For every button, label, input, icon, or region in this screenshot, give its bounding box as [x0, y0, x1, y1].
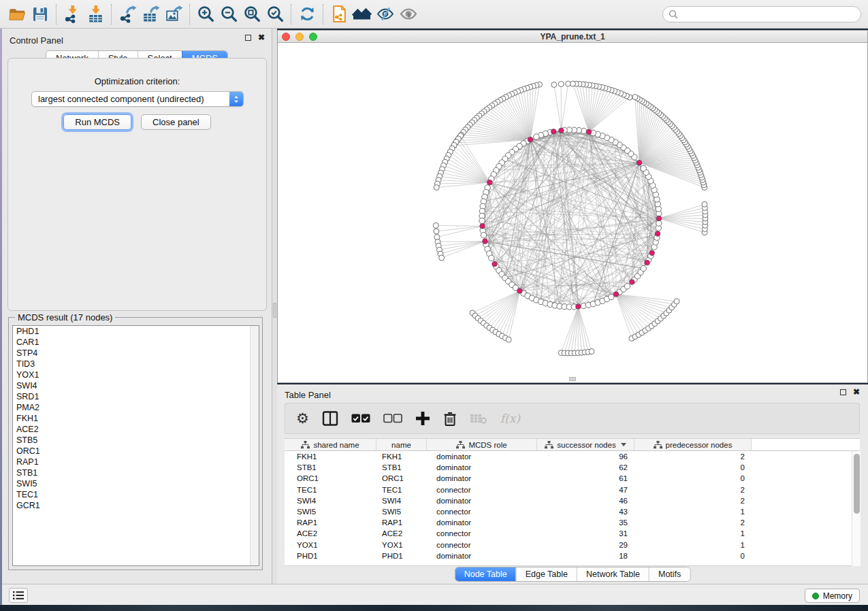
- clear-table-button[interactable]: [470, 408, 487, 429]
- memory-button[interactable]: Memory: [805, 589, 860, 603]
- table-cell[interactable]: dominator: [427, 452, 537, 461]
- table-cell[interactable]: dominator: [427, 497, 537, 505]
- save-session-button[interactable]: [29, 3, 52, 26]
- table-row[interactable]: SWI5SWI5connector431: [285, 506, 860, 517]
- export-network-button[interactable]: [116, 3, 139, 26]
- import-network-button[interactable]: [61, 3, 84, 26]
- tab-node-table[interactable]: Node Table: [455, 567, 516, 581]
- float-panel-icon[interactable]: [840, 389, 846, 395]
- table-cell[interactable]: 31: [537, 529, 634, 538]
- table-cell[interactable]: YOX1: [376, 541, 427, 549]
- table-cell[interactable]: SWI5: [376, 508, 427, 516]
- mcds-result-item[interactable]: SWI4: [13, 380, 259, 391]
- table-cell[interactable]: FKH1: [285, 452, 376, 461]
- mcds-result-item[interactable]: CAR1: [13, 337, 259, 348]
- table-cell[interactable]: FKH1: [376, 452, 427, 461]
- table-row[interactable]: ORC1ORC1dominator610: [285, 473, 860, 484]
- table-cell[interactable]: dominator: [427, 518, 537, 527]
- mcds-result-item[interactable]: FKH1: [13, 413, 259, 424]
- open-session-button[interactable]: [5, 3, 29, 26]
- mcds-result-item[interactable]: YOX1: [13, 369, 259, 380]
- float-panel-icon[interactable]: [245, 35, 251, 41]
- vertical-splitter[interactable]: [272, 29, 277, 584]
- table-cell[interactable]: dominator: [427, 474, 537, 482]
- hide-selected-button[interactable]: [374, 3, 397, 26]
- table-cell[interactable]: dominator: [427, 552, 537, 560]
- table-cell[interactable]: TEC1: [285, 486, 376, 494]
- export-table-button[interactable]: [139, 3, 162, 26]
- mcds-result-item[interactable]: STP4: [13, 348, 259, 359]
- node-table-body[interactable]: FKH1FKH1dominator962STB1STB1dominator620…: [285, 451, 860, 566]
- table-row[interactable]: RAP1RAP1dominator352: [285, 517, 860, 528]
- table-cell[interactable]: SWI5: [285, 508, 376, 516]
- table-cell[interactable]: SWI4: [285, 497, 376, 505]
- table-cell[interactable]: TEC1: [376, 486, 427, 494]
- mcds-result-list[interactable]: PHD1CAR1STP4TID3YOX1SWI4SRD1PMA2FKH1ACE2…: [12, 325, 259, 566]
- tab-network-table[interactable]: Network Table: [577, 567, 649, 581]
- mcds-result-item[interactable]: SWI5: [13, 478, 259, 489]
- split-panel-button[interactable]: [322, 408, 338, 429]
- table-cell[interactable]: PHD1: [376, 552, 427, 560]
- table-row[interactable]: YOX1YOX1connector291: [285, 540, 860, 550]
- list-scrollbar[interactable]: [250, 326, 259, 565]
- scrollbar-thumb[interactable]: [854, 454, 860, 514]
- close-panel-icon[interactable]: ✖: [853, 389, 860, 395]
- zoom-in-button[interactable]: [194, 3, 217, 26]
- mcds-result-item[interactable]: PHD1: [13, 326, 259, 337]
- table-cell[interactable]: 46: [537, 497, 634, 505]
- table-cell[interactable]: 96: [537, 452, 634, 461]
- close-panel-icon[interactable]: ✖: [258, 35, 265, 41]
- canvas-splitter-knob-icon[interactable]: [569, 377, 576, 381]
- table-cell[interactable]: 47: [537, 486, 634, 494]
- zoom-out-button[interactable]: [217, 3, 240, 26]
- table-row[interactable]: FKH1FKH1dominator962: [285, 451, 860, 462]
- table-cell[interactable]: PHD1: [285, 552, 376, 560]
- table-cell[interactable]: 0: [634, 552, 752, 560]
- mcds-result-item[interactable]: TID3: [13, 359, 259, 369]
- table-cell[interactable]: 0: [634, 474, 752, 482]
- column-header-mcds-role[interactable]: MCDS role: [427, 439, 537, 450]
- column-header-successor-nodes[interactable]: successor nodes: [537, 439, 634, 450]
- table-cell[interactable]: 43: [537, 508, 634, 516]
- table-row[interactable]: SWI4SWI4dominator462: [285, 495, 860, 506]
- import-table-button[interactable]: [84, 3, 107, 26]
- network-graph[interactable]: [278, 43, 867, 382]
- table-cell[interactable]: YOX1: [285, 541, 376, 549]
- table-scrollbar[interactable]: [852, 451, 861, 566]
- search-input[interactable]: [682, 10, 855, 19]
- tab-edge-table[interactable]: Edge Table: [516, 567, 577, 581]
- mcds-result-item[interactable]: STB1: [13, 467, 259, 478]
- mcds-result-item[interactable]: RAP1: [13, 457, 259, 467]
- table-cell[interactable]: 1: [634, 508, 752, 516]
- mcds-result-item[interactable]: STB5: [13, 435, 259, 446]
- table-cell[interactable]: 2: [634, 497, 752, 505]
- network-window-titlebar[interactable]: YPA_prune.txt_1: [278, 31, 867, 43]
- function-builder-button[interactable]: f(x): [500, 408, 520, 429]
- search-box[interactable]: [662, 6, 861, 22]
- mcds-result-item[interactable]: PMA2: [13, 402, 259, 413]
- tab-motifs[interactable]: Motifs: [649, 567, 690, 581]
- table-cell[interactable]: RAP1: [285, 518, 376, 527]
- table-row[interactable]: ACE2ACE2connector311: [285, 528, 860, 539]
- table-settings-button[interactable]: ⚙: [296, 408, 309, 429]
- show-selected-button[interactable]: [397, 3, 420, 26]
- table-cell[interactable]: connector: [427, 529, 537, 538]
- table-cell[interactable]: 29: [537, 541, 634, 549]
- network-canvas[interactable]: [278, 43, 867, 382]
- table-cell[interactable]: ACE2: [285, 529, 376, 538]
- table-cell[interactable]: RAP1: [376, 518, 427, 527]
- table-cell[interactable]: connector: [427, 486, 537, 494]
- delete-columns-button[interactable]: [443, 408, 457, 429]
- column-header-shared-name[interactable]: shared name: [285, 439, 376, 450]
- table-cell[interactable]: 35: [537, 518, 634, 527]
- table-cell[interactable]: 1: [634, 541, 752, 549]
- table-row[interactable]: STB1STB1dominator620: [285, 462, 860, 473]
- table-cell[interactable]: 2: [634, 452, 752, 461]
- table-cell[interactable]: 62: [537, 463, 634, 472]
- splitter-handle-icon[interactable]: [273, 303, 276, 318]
- refresh-button[interactable]: [295, 3, 319, 26]
- table-cell[interactable]: 2: [634, 486, 752, 494]
- column-header-name[interactable]: name: [376, 439, 427, 450]
- select-all-button[interactable]: [351, 408, 370, 429]
- table-cell[interactable]: STB1: [376, 463, 427, 472]
